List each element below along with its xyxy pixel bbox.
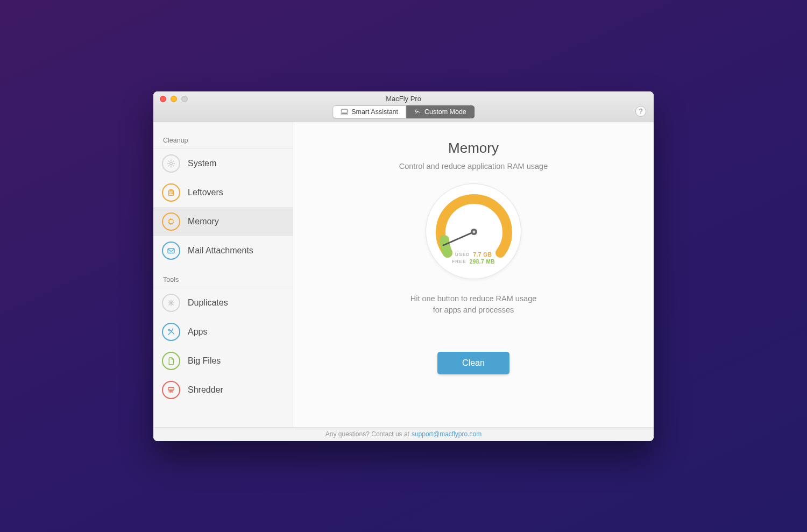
used-label: USED (455, 252, 470, 258)
free-value: 298.7 MB (470, 259, 495, 265)
free-label: FREE (452, 259, 466, 265)
page-heading: Memory (448, 140, 499, 157)
svg-rect-4 (169, 219, 173, 224)
sidebar-item-label: Shredder (188, 385, 223, 395)
memory-gauge: USED 7.7 GB FREE 298.7 MB (426, 183, 521, 279)
page-subheading: Control and reduce application RAM usage (399, 162, 548, 171)
sidebar-item-system[interactable]: System (153, 149, 293, 178)
sidebar-item-shredder[interactable]: Shredder (153, 375, 293, 405)
titlebar: MacFly Pro Smart Assistant Custom Mode ? (153, 91, 654, 122)
footer: Any questions? Contact us at support@mac… (153, 427, 654, 441)
svg-rect-6 (168, 387, 174, 390)
gauge-readout: USED 7.7 GB FREE 298.7 MB (426, 252, 521, 265)
sidebar-item-leftovers[interactable]: Leftovers (153, 178, 293, 207)
help-button[interactable]: ? (635, 106, 646, 117)
tools-icon (414, 109, 421, 115)
svg-rect-1 (341, 114, 348, 114)
window-title: MacFly Pro (153, 95, 654, 103)
shredder-icon (162, 381, 180, 399)
sidebar-item-label: Duplicates (188, 298, 228, 308)
support-email-link[interactable]: support@macflypro.com (412, 430, 482, 438)
svg-point-9 (473, 230, 476, 233)
snow-icon (162, 294, 180, 312)
sidebar-item-big-files[interactable]: Big Files (153, 346, 293, 375)
envelope-icon (162, 242, 180, 260)
used-value: 7.7 GB (473, 252, 492, 258)
instruction-line2: for apps and processes (410, 304, 537, 316)
svg-point-2 (170, 162, 173, 165)
doc-icon (162, 352, 180, 370)
instruction-line1: Hit one button to reduce RAM usage (410, 293, 537, 305)
sidebar-item-label: Leftovers (188, 188, 223, 197)
sidebar-item-label: Big Files (188, 356, 221, 366)
laptop-icon (341, 109, 348, 115)
app-window: MacFly Pro Smart Assistant Custom Mode ?… (153, 91, 654, 441)
gauge-arc-icon (426, 184, 522, 280)
tools-icon (162, 323, 180, 341)
window-body: Cleanup System Leftovers Memory (153, 122, 654, 427)
chip-icon (162, 212, 180, 231)
footer-text: Any questions? Contact us at (325, 430, 409, 438)
instruction-text: Hit one button to reduce RAM usage for a… (410, 293, 537, 317)
sidebar-group-cleanup: Cleanup (153, 133, 293, 149)
svg-rect-0 (342, 109, 348, 113)
smart-assistant-label: Smart Assistant (351, 108, 398, 116)
content-pane: Memory Control and reduce application RA… (293, 122, 654, 427)
sidebar-item-label: Memory (188, 217, 219, 226)
trash-icon (162, 183, 180, 202)
mode-segmented-control: Smart Assistant Custom Mode (332, 105, 475, 118)
sidebar: Cleanup System Leftovers Memory (153, 122, 293, 427)
sidebar-item-duplicates[interactable]: Duplicates (153, 288, 293, 317)
sidebar-item-label: Apps (188, 327, 207, 337)
clean-button[interactable]: Clean (437, 352, 509, 374)
sidebar-item-label: Mail Attachments (188, 246, 253, 256)
sidebar-item-apps[interactable]: Apps (153, 317, 293, 346)
sidebar-group-tools: Tools (153, 273, 293, 288)
custom-mode-label: Custom Mode (424, 108, 466, 116)
svg-rect-5 (168, 249, 174, 253)
sidebar-item-label: System (188, 159, 216, 168)
custom-mode-tab[interactable]: Custom Mode (406, 105, 475, 118)
gear-icon (162, 154, 180, 173)
smart-assistant-tab[interactable]: Smart Assistant (332, 105, 406, 118)
sidebar-item-memory[interactable]: Memory (153, 207, 293, 236)
sidebar-item-mail-attachments[interactable]: Mail Attachments (153, 236, 293, 265)
